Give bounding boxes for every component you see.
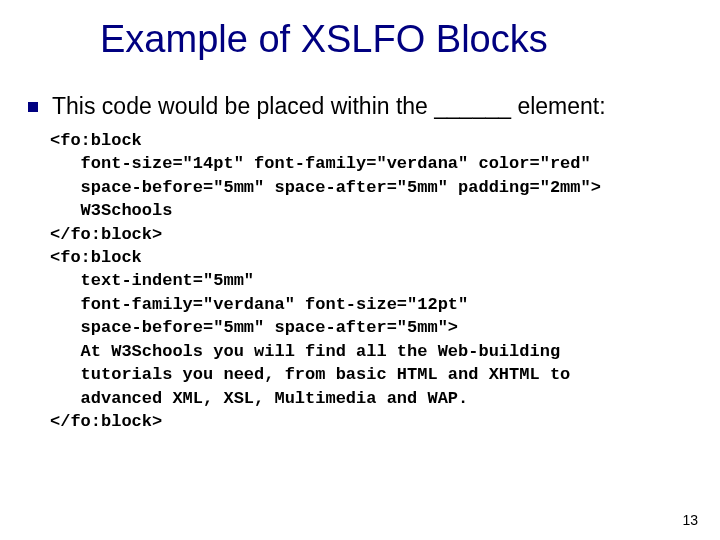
code-block: <fo:block font-size="14pt" font-family="… [50,129,710,434]
code-line: <fo:block [50,248,142,267]
code-line: advanced XML, XSL, Multimedia and WAP. [50,389,468,408]
code-line: </fo:block> [50,225,162,244]
code-line: font-family="verdana" font-size="12pt" [50,295,468,314]
code-line: tutorials you need, from basic HTML and … [50,365,570,384]
bullet-item: This code would be placed within the ___… [28,92,710,121]
bullet-text: This code would be placed within the ___… [52,92,606,121]
slide-title: Example of XSLFO Blocks [100,18,680,61]
code-line: space-before="5mm" space-after="5mm" pad… [50,178,601,197]
code-line: At W3Schools you will find all the Web-b… [50,342,560,361]
bullet-square-icon [28,102,38,112]
code-line: <fo:block [50,131,142,150]
code-line: W3Schools [50,201,172,220]
slide-body: This code would be placed within the ___… [28,92,710,434]
code-line: font-size="14pt" font-family="verdana" c… [50,154,591,173]
code-line: </fo:block> [50,412,162,431]
page-number: 13 [682,512,698,528]
slide: Example of XSLFO Blocks This code would … [0,0,720,540]
code-line: space-before="5mm" space-after="5mm"> [50,318,458,337]
code-line: text-indent="5mm" [50,271,254,290]
